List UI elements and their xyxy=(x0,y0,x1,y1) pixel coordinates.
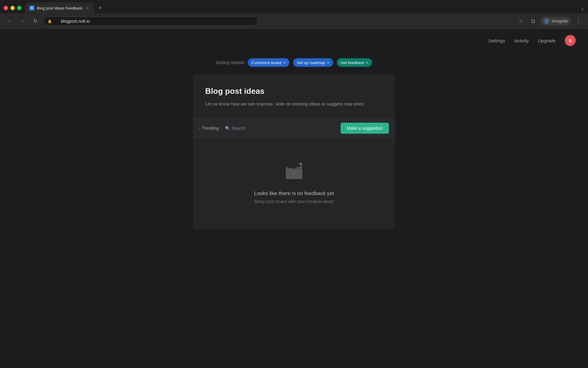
activity-link[interactable]: Activity xyxy=(514,38,529,43)
tab-favicon: N xyxy=(29,6,34,10)
reload-button[interactable]: ↻ xyxy=(31,17,40,26)
trending-chevron-icon: › xyxy=(199,126,200,130)
trending-filter[interactable]: › Trending xyxy=(199,126,219,131)
search-icon: 🔍 xyxy=(225,126,230,131)
board-description: Let us know how we can improve. Vote on … xyxy=(205,100,383,108)
browser-chrome: N Blog post ideas Feedback × + ⌄ ← → ↻ 🔒… xyxy=(0,0,588,29)
address-actions: ☆ ⊡ 👤 Incognito ⋮ xyxy=(516,17,583,26)
menu-button[interactable]: ⋮ xyxy=(574,17,583,26)
get-feedback-label: Get feedback xyxy=(341,60,364,65)
getting-started-label: Getting started xyxy=(216,60,244,65)
getting-started-bar: Getting started Customize board × Set up… xyxy=(216,58,372,67)
settings-link[interactable]: Settings xyxy=(488,38,505,43)
window-close-button[interactable] xyxy=(4,6,8,10)
board-empty-state: Looks like there is no feedback yet Setu… xyxy=(193,137,395,229)
customize-board-pill[interactable]: Customize board × xyxy=(248,58,289,67)
tab-bar: N Blog post ideas Feedback × + ⌄ xyxy=(0,0,588,13)
board-title: Blog post ideas xyxy=(205,86,383,96)
main-content: Getting started Customize board × Set up… xyxy=(0,52,588,229)
new-tab-button[interactable]: + xyxy=(96,4,105,12)
incognito-label: Incognito xyxy=(552,19,568,23)
empty-box-icon xyxy=(282,157,306,182)
tab-close-button[interactable]: × xyxy=(85,6,90,10)
get-feedback-pill[interactable]: Get feedback × xyxy=(337,58,372,67)
set-up-roadmap-pill[interactable]: Set up roadmap × xyxy=(293,58,333,67)
active-tab[interactable]: N Blog post ideas Feedback × xyxy=(25,2,94,13)
split-view-button[interactable]: ⊡ xyxy=(528,17,537,26)
bookmark-button[interactable]: ☆ xyxy=(516,17,525,26)
customize-board-label: Customize board xyxy=(251,60,281,65)
tab-bar-right: ⌄ xyxy=(580,5,584,11)
empty-illustration xyxy=(282,157,306,183)
address-input[interactable]: 🔒 blogpost.nolt.io xyxy=(43,17,258,26)
empty-state-subtitle: Setup your board with your creative idea… xyxy=(254,199,334,204)
incognito-icon: 👤 xyxy=(544,18,550,24)
customize-board-close-icon[interactable]: × xyxy=(283,60,286,65)
set-up-roadmap-label: Set up roadmap xyxy=(297,60,325,65)
forward-button[interactable]: → xyxy=(18,17,27,26)
url-display: blogpost.nolt.io xyxy=(55,19,90,24)
trending-label: Trending xyxy=(202,126,219,131)
window-minimize-button[interactable] xyxy=(10,6,15,10)
top-nav: Settings Activity Upgrade S xyxy=(0,29,588,52)
search-button[interactable]: 🔍 Search xyxy=(225,126,245,131)
get-feedback-close-icon[interactable]: × xyxy=(366,60,368,65)
user-avatar[interactable]: S xyxy=(565,35,576,46)
back-button[interactable]: ← xyxy=(5,17,14,26)
address-bar: ← → ↻ 🔒 blogpost.nolt.io ☆ ⊡ 👤 Incognito… xyxy=(0,13,588,29)
incognito-badge: 👤 Incognito xyxy=(541,17,571,25)
set-up-roadmap-close-icon[interactable]: × xyxy=(327,60,330,65)
page-content: Settings Activity Upgrade S Getting star… xyxy=(0,29,588,368)
ssl-lock-icon: 🔒 xyxy=(47,19,52,23)
search-label: Search xyxy=(232,126,245,131)
board-card: Blog post ideas Let us know how we can i… xyxy=(193,74,395,229)
empty-state-title: Looks like there is no feedback yet xyxy=(254,190,334,197)
board-toolbar: › Trending 🔍 Search Make a suggestion xyxy=(193,119,395,137)
window-maximize-button[interactable] xyxy=(17,6,21,10)
upgrade-link[interactable]: Upgrade xyxy=(538,38,556,43)
make-suggestion-button[interactable]: Make a suggestion xyxy=(341,123,389,134)
tab-title: Blog post ideas Feedback xyxy=(37,6,83,10)
board-header: Blog post ideas Let us know how we can i… xyxy=(193,74,395,119)
tabs-chevron-icon: ⌄ xyxy=(580,5,584,11)
window-controls xyxy=(4,6,21,10)
